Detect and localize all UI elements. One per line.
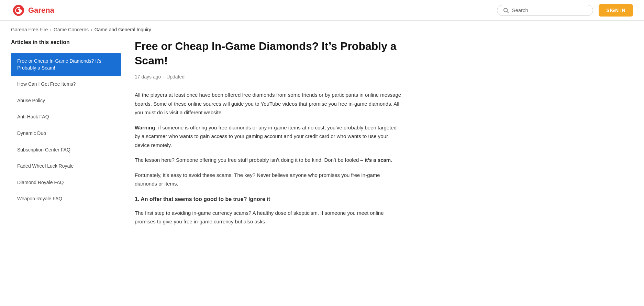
header-right: SIGN IN	[497, 4, 633, 17]
search-box[interactable]	[497, 5, 593, 16]
article-meta-dot: ·	[163, 74, 164, 80]
sidebar: Articles in this section Free or Cheap I…	[11, 36, 121, 232]
sign-in-button[interactable]: SIGN IN	[599, 4, 633, 17]
sidebar-item-abuse-policy[interactable]: Abuse Policy	[11, 93, 121, 109]
article-warning-rest: if someone is offering you free diamonds…	[135, 125, 397, 148]
article-content: Free or Cheap In-Game Diamonds? It’s Pro…	[135, 36, 401, 232]
article-updated: Updated	[166, 74, 185, 80]
article-p3-bold: it’s a scam	[365, 157, 391, 163]
sidebar-item-subscription-center[interactable]: Subscription Center FAQ	[11, 142, 121, 158]
logo-link[interactable]: Garena	[11, 3, 54, 18]
breadcrumb: Garena Free Fire › Game Concerns › Game …	[0, 21, 644, 36]
breadcrumb-item-game-concerns[interactable]: Game Concerns	[54, 27, 89, 32]
article-warning-bold: Warning:	[135, 125, 157, 130]
article-section-heading-1: 1. An offer that seems too good to be tr…	[135, 194, 401, 204]
article-para-4: Fortunately, it’s easy to avoid these sc…	[135, 171, 401, 188]
article-para-3: The lesson here? Someone offering you fr…	[135, 156, 401, 165]
garena-logo-icon	[11, 3, 26, 18]
sidebar-item-weapon-royale[interactable]: Weapon Royale FAQ	[11, 191, 121, 207]
breadcrumb-separator-1: ›	[50, 27, 52, 32]
sidebar-item-anti-hack[interactable]: Anti-Hack FAQ	[11, 109, 121, 125]
sidebar-item-free-items[interactable]: How Can I Get Free Items?	[11, 76, 121, 93]
breadcrumb-separator-2: ›	[91, 27, 92, 32]
breadcrumb-item-garena-free-fire[interactable]: Garena Free Fire	[11, 27, 48, 32]
sidebar-item-dynamic-duo[interactable]: Dynamic Duo	[11, 125, 121, 142]
article-para-warning: Warning: if someone is offering you free…	[135, 123, 401, 150]
sidebar-item-faded-wheel[interactable]: Faded Wheel Luck Royale	[11, 158, 121, 175]
search-input[interactable]	[512, 7, 587, 13]
sidebar-section-title: Articles in this section	[11, 39, 121, 48]
article-para-5: The first step to avoiding in-game curre…	[135, 209, 401, 226]
sidebar-item-scam[interactable]: Free or Cheap In-Game Diamonds? It's Pro…	[11, 53, 121, 76]
article-meta: 17 days ago · Updated	[135, 74, 401, 80]
main-layout: Articles in this section Free or Cheap I…	[0, 36, 412, 232]
article-time: 17 days ago	[135, 74, 161, 80]
article-body: All the players at least once have been …	[135, 91, 401, 226]
svg-line-2	[507, 11, 509, 13]
breadcrumb-item-current: Game and General Inquiry	[95, 27, 151, 32]
article-para-1: All the players at least once have been …	[135, 91, 401, 117]
article-title: Free or Cheap In-Game Diamonds? It’s Pro…	[135, 39, 401, 68]
article-p3-text1: The lesson here? Someone offering you fr…	[135, 157, 365, 163]
logo-text: Garena	[28, 6, 54, 15]
site-header: Garena SIGN IN	[0, 0, 644, 21]
search-icon	[503, 7, 509, 13]
sidebar-item-diamond-royale[interactable]: Diamond Royale FAQ	[11, 175, 121, 191]
article-p3-text2: .	[391, 157, 392, 163]
